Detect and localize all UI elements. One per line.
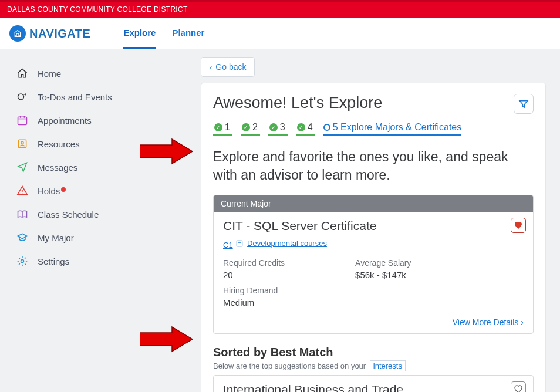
go-back-button[interactable]: ‹ Go back xyxy=(201,57,255,77)
major-code-link[interactable]: C1 xyxy=(223,241,233,249)
page-subtitle: Explore and favorite the ones you like, … xyxy=(213,148,534,184)
check-icon: ✓ xyxy=(242,123,250,131)
funnel-icon xyxy=(518,99,529,109)
resources-icon xyxy=(16,138,28,150)
sidebar-item-appointments[interactable]: Appointments xyxy=(16,109,194,132)
brand-logo[interactable]: NAVIGATE xyxy=(9,25,90,42)
go-back-label: Go back xyxy=(215,62,246,72)
progress-steps: ✓1 ✓2 ✓3 ✓4 5 Explore Majors & Certifica… xyxy=(213,122,534,137)
sidebar-item-label: Class Schedule xyxy=(38,209,99,219)
svg-rect-0 xyxy=(15,36,21,37)
tab-explore[interactable]: Explore xyxy=(123,18,156,49)
hiring-demand-value: Medium xyxy=(223,298,285,307)
filter-button[interactable] xyxy=(514,94,534,114)
page-title: Awesome! Let's Explore xyxy=(213,94,382,112)
step-5-current[interactable]: 5 Explore Majors & Certificates xyxy=(323,122,462,136)
step-2[interactable]: ✓2 xyxy=(241,122,260,136)
sidebar-item-label: Holds xyxy=(38,186,66,196)
sidebar-item-label: Resources xyxy=(38,139,80,149)
sidebar-item-home[interactable]: Home xyxy=(16,62,194,85)
gradcap-icon xyxy=(16,232,28,244)
sort-title: Sorted by Best Match xyxy=(213,346,534,359)
svg-point-1 xyxy=(18,94,24,100)
result-card[interactable]: International Business and Trade C1 xyxy=(213,375,534,392)
org-banner: DALLAS COUNTY COMMUNITY COLLEGE DISTRICT xyxy=(0,0,560,18)
view-more-details-link[interactable]: View More Details xyxy=(453,317,519,327)
svg-rect-8 xyxy=(237,241,242,246)
step-1[interactable]: ✓1 xyxy=(213,122,232,136)
home-icon xyxy=(16,67,28,79)
sidebar-item-messages[interactable]: Messages xyxy=(16,156,194,179)
header-bar: NAVIGATE Explore Planner xyxy=(0,18,560,49)
heart-filled-icon xyxy=(514,221,523,230)
open-circle-icon xyxy=(323,124,330,131)
dev-courses-row[interactable]: Developmental courses xyxy=(235,239,327,248)
check-icon: ✓ xyxy=(297,123,305,131)
sidebar-item-label: Settings xyxy=(38,256,69,266)
avg-salary-label: Average Salary xyxy=(355,258,411,268)
book-icon xyxy=(16,208,28,220)
sidebar-item-label: My Major xyxy=(38,233,74,243)
sidebar-item-label: To-Dos and Events xyxy=(38,92,112,102)
header-tabs: Explore Planner xyxy=(123,18,204,49)
sidebar-item-my-major[interactable]: My Major xyxy=(16,226,194,249)
chevron-right-icon: › xyxy=(521,317,524,327)
tab-planner[interactable]: Planner xyxy=(172,18,204,49)
warning-icon xyxy=(16,185,28,197)
sort-subtitle: Below are the top suggestions based on y… xyxy=(213,361,534,370)
svg-rect-2 xyxy=(18,117,27,124)
calendar-icon xyxy=(16,114,28,126)
interests-tag[interactable]: interests xyxy=(370,360,406,371)
favorite-button[interactable] xyxy=(511,381,526,392)
sidebar-item-label: Messages xyxy=(38,163,77,173)
brand-name: NAVIGATE xyxy=(29,27,90,40)
dev-courses-link[interactable]: Developmental courses xyxy=(247,239,327,248)
sidebar-item-label: Appointments xyxy=(38,116,92,126)
navigate-logo-icon xyxy=(9,25,26,42)
org-name: DALLAS COUNTY COMMUNITY COLLEGE DISTRICT xyxy=(7,5,188,13)
check-icon: ✓ xyxy=(269,123,278,131)
sidebar-item-resources[interactable]: Resources xyxy=(16,132,194,156)
major-stats: Required Credits 20 Hiring Demand Medium… xyxy=(223,258,524,307)
major-title: CIT - SQL Server Certificate xyxy=(223,219,524,233)
avg-salary-value: $56k - $147k xyxy=(355,270,411,280)
sidebar-item-label: Home xyxy=(38,69,61,79)
list-icon xyxy=(235,239,244,248)
heart-outline-icon xyxy=(514,384,523,392)
check-icon: ✓ xyxy=(214,123,222,131)
sidebar-item-holds[interactable]: Holds xyxy=(16,179,194,202)
sort-section: Sorted by Best Match Below are the top s… xyxy=(213,346,534,392)
current-major-header: Current Major xyxy=(214,195,533,212)
messages-icon xyxy=(16,161,28,173)
todo-icon xyxy=(16,91,28,103)
explore-panel: Awesome! Let's Explore ✓1 ✓2 ✓3 ✓4 5 Exp… xyxy=(201,83,546,392)
sidebar-item-class-schedule[interactable]: Class Schedule xyxy=(16,202,194,226)
required-credits-label: Required Credits xyxy=(223,258,285,268)
gear-icon xyxy=(16,255,28,267)
result-title: International Business and Trade xyxy=(223,383,524,392)
current-major-card: Current Major CIT - SQL Server Certifica… xyxy=(213,195,534,334)
sidebar-item-settings[interactable]: Settings xyxy=(16,249,194,273)
holds-badge-dot xyxy=(61,187,66,192)
favorite-button[interactable] xyxy=(511,218,526,233)
main-content: ‹ Go back Awesome! Let's Explore ✓1 ✓2 ✓… xyxy=(194,49,560,392)
sidebar: Home To-Dos and Events Appointments Reso… xyxy=(0,49,194,392)
svg-point-4 xyxy=(21,141,23,144)
sidebar-item-todos[interactable]: To-Dos and Events xyxy=(16,85,194,109)
step-4[interactable]: ✓4 xyxy=(296,122,315,136)
hiring-demand-label: Hiring Demand xyxy=(223,286,285,295)
step-3[interactable]: ✓3 xyxy=(268,122,288,136)
required-credits-value: 20 xyxy=(223,270,285,280)
svg-point-5 xyxy=(21,260,24,263)
chevron-left-icon: ‹ xyxy=(210,63,212,72)
